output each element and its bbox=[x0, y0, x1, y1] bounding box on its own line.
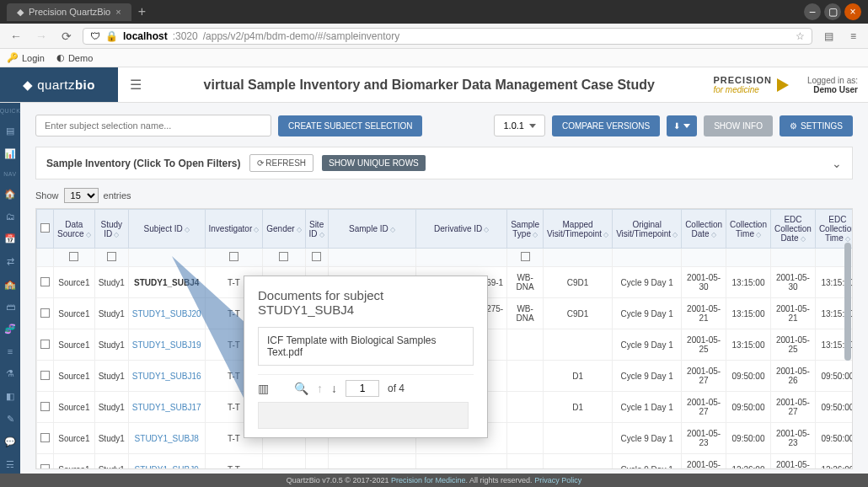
entries-label: entries bbox=[104, 190, 131, 201]
show-unique-button[interactable]: SHOW UNIQUE ROWS bbox=[322, 155, 426, 171]
col-header[interactable]: Data Source◇ bbox=[54, 210, 95, 249]
sidebar-icon-1[interactable]: 📊 bbox=[4, 148, 16, 159]
user-info: Logged in as: Demo User bbox=[797, 76, 868, 94]
popup-search-icon[interactable]: 🔍 bbox=[294, 382, 308, 395]
col-header[interactable]: Sample ID◇ bbox=[328, 210, 416, 249]
col-header[interactable]: Original Visit/Timepoint◇ bbox=[613, 210, 682, 249]
settings-button[interactable]: ⚙SETTINGS bbox=[780, 115, 853, 136]
select-all-checkbox[interactable] bbox=[40, 223, 50, 233]
caret-down-icon bbox=[529, 124, 536, 128]
documents-popup: Documents for subject STUDY1_SUBJ4 ICF T… bbox=[244, 276, 488, 438]
col-header[interactable]: Study ID◇ bbox=[94, 210, 128, 249]
filter-cell[interactable] bbox=[507, 249, 544, 267]
sidebar: QUICK ▤ 📊 NAV 🏠 🗂 📅 ⇄ 🏫 🗃 🧬 ≡ ⚗ ◧ ✎ 💬 ☴ bbox=[0, 103, 20, 474]
filter-cell[interactable] bbox=[726, 249, 771, 267]
show-info-button[interactable]: SHOW INFO bbox=[704, 115, 773, 136]
entries-select[interactable]: 15 bbox=[64, 188, 99, 203]
popup-prev-page-icon[interactable]: ↑ bbox=[317, 382, 323, 395]
sidebar-icon-8[interactable]: 🧬 bbox=[4, 324, 16, 334]
popup-filename[interactable]: ICF Template with Biological Samples Tex… bbox=[258, 327, 474, 366]
browser-tab[interactable]: ◆ Precision QuartzBio × bbox=[7, 3, 131, 21]
row-checkbox[interactable] bbox=[40, 277, 50, 286]
window-close-icon[interactable]: × bbox=[844, 3, 861, 20]
col-header[interactable]: Derivative ID◇ bbox=[416, 210, 507, 249]
address-bar[interactable]: 🛡 🔒 localhost:3020/apps/v2/p4m/bdm-demo/… bbox=[83, 28, 812, 45]
row-checkbox[interactable] bbox=[40, 371, 50, 380]
sidebar-icon-7[interactable]: 🗃 bbox=[6, 302, 15, 312]
filter-cell[interactable] bbox=[328, 249, 416, 267]
filter-cell[interactable] bbox=[682, 249, 726, 267]
circle-icon: ◐ bbox=[56, 52, 65, 63]
app-logo[interactable]: ◆ quartzbio bbox=[0, 67, 118, 102]
bookmark-login[interactable]: 🔑Login bbox=[7, 52, 45, 63]
sidebar-icon-14[interactable]: ☴ bbox=[6, 459, 14, 470]
back-button[interactable]: ← bbox=[7, 27, 25, 45]
sidebar-icon-home[interactable]: 🏠 bbox=[4, 189, 16, 200]
filter-cell[interactable] bbox=[37, 249, 54, 267]
sidebar-icon-3[interactable]: 🗂 bbox=[6, 211, 15, 222]
filter-cell[interactable] bbox=[416, 249, 507, 267]
row-checkbox[interactable] bbox=[40, 340, 50, 349]
footer-privacy-link[interactable]: Privacy Policy bbox=[534, 476, 581, 484]
subject-selection-input[interactable] bbox=[35, 115, 271, 136]
panel-expand-icon[interactable]: ⌄ bbox=[832, 157, 842, 170]
sidebar-icon-11[interactable]: ◧ bbox=[6, 391, 14, 402]
popup-sidebar-icon[interactable]: ▥ bbox=[258, 382, 269, 395]
compare-versions-button[interactable]: COMPARE VERSIONS bbox=[552, 115, 660, 136]
col-header[interactable] bbox=[37, 210, 54, 249]
filter-cell[interactable] bbox=[54, 249, 95, 267]
version-dropdown[interactable]: 1.0.1 bbox=[494, 115, 544, 136]
sidebar-icon-5[interactable]: ⇄ bbox=[7, 256, 14, 267]
scrollbar-thumb[interactable] bbox=[844, 243, 851, 361]
sidebar-icon-10[interactable]: ⚗ bbox=[6, 368, 14, 379]
row-checkbox[interactable] bbox=[40, 464, 50, 470]
refresh-button[interactable]: ⟳ REFRESH bbox=[249, 154, 314, 172]
sidebar-icon-calendar[interactable]: 📅 bbox=[4, 233, 16, 244]
menu-icon[interactable]: ≡ bbox=[845, 30, 861, 42]
filter-cell[interactable] bbox=[613, 249, 682, 267]
col-header[interactable]: Site ID◇ bbox=[305, 210, 328, 249]
footer-pfm-link[interactable]: Precision for Medicine bbox=[391, 476, 466, 484]
col-header[interactable]: Sample Type◇ bbox=[507, 210, 544, 249]
bookmark-star-icon[interactable]: ☆ bbox=[796, 30, 805, 42]
row-checkbox[interactable] bbox=[40, 402, 50, 411]
create-selection-button[interactable]: CREATE SUBJECT SELECTION bbox=[278, 115, 422, 136]
col-header[interactable]: Collection Date◇ bbox=[682, 210, 726, 249]
sidebar-icon-0[interactable]: ▤ bbox=[6, 126, 14, 136]
window-maximize-icon[interactable]: ▢ bbox=[824, 3, 841, 20]
reload-button[interactable]: ⟳ bbox=[57, 27, 76, 45]
window-minimize-icon[interactable]: – bbox=[804, 3, 821, 20]
extensions-icon[interactable]: ▤ bbox=[819, 30, 839, 42]
sidebar-icon-13[interactable]: 💬 bbox=[4, 436, 16, 447]
row-checkbox[interactable] bbox=[40, 308, 50, 318]
row-checkbox[interactable] bbox=[40, 433, 50, 442]
sidebar-head-nav: NAV bbox=[3, 171, 16, 177]
forward-button[interactable]: → bbox=[32, 27, 51, 45]
filter-cell[interactable] bbox=[94, 249, 128, 267]
col-header[interactable]: EDC Collection Date◇ bbox=[770, 210, 815, 249]
filter-cell[interactable] bbox=[770, 249, 815, 267]
table-row[interactable]: Source1Study1STUDY1_SUBJ9T-TCycle 9 Day … bbox=[37, 454, 854, 470]
popup-next-page-icon[interactable]: ↓ bbox=[331, 382, 337, 395]
download-icon: ⬇ bbox=[673, 121, 680, 131]
gear-icon: ⚙ bbox=[790, 121, 797, 131]
popup-page-input[interactable] bbox=[346, 380, 379, 397]
col-header[interactable]: Investigator◇ bbox=[205, 210, 263, 249]
filter-cell[interactable] bbox=[305, 249, 328, 267]
col-header[interactable]: Collection Time◇ bbox=[726, 210, 771, 249]
url-path: /apps/v2/p4m/bdm-demo/#/sampleinventory bbox=[203, 30, 399, 42]
new-tab-button[interactable]: + bbox=[138, 4, 146, 19]
sidebar-icon-12[interactable]: ✎ bbox=[7, 414, 14, 425]
sidebar-icon-6[interactable]: 🏫 bbox=[4, 279, 16, 290]
filter-cell[interactable] bbox=[544, 249, 613, 267]
precision-logo: PRECISION for medicine bbox=[705, 75, 797, 94]
bookmark-demo[interactable]: ◐Demo bbox=[56, 52, 93, 63]
col-header[interactable]: Mapped Visit/Timepoint◇ bbox=[544, 210, 613, 249]
col-header[interactable]: Subject ID◇ bbox=[128, 210, 205, 249]
col-header[interactable]: Gender◇ bbox=[263, 210, 305, 249]
tab-close-icon[interactable]: × bbox=[115, 7, 121, 17]
sidebar-toggle-icon[interactable]: ☰ bbox=[118, 77, 153, 93]
download-button[interactable]: ⬇ bbox=[667, 115, 697, 136]
panel-title[interactable]: Sample Inventory (Click To Open Filters) bbox=[46, 158, 241, 169]
sidebar-icon-9[interactable]: ≡ bbox=[8, 346, 13, 356]
